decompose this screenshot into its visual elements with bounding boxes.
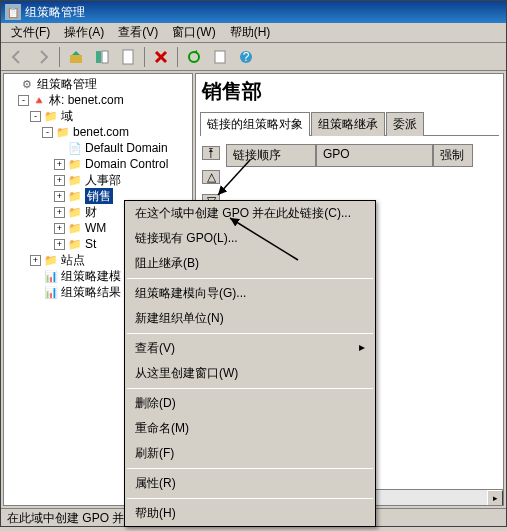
ou-icon: 📁 — [68, 157, 82, 171]
ou-icon: 📁 — [68, 189, 82, 203]
tree-root[interactable]: 组策略管理 — [37, 76, 97, 92]
tree-domain-control[interactable]: Domain Control — [85, 156, 168, 172]
cm-new-window[interactable]: 从这里创建窗口(W) — [125, 361, 375, 386]
tree-gpresult[interactable]: 组策略结果 — [61, 284, 121, 300]
svg-rect-3 — [123, 50, 133, 64]
ou-icon: 📁 — [68, 173, 82, 187]
move-up-button[interactable]: △ — [202, 170, 220, 184]
folder-icon: 📁 — [68, 221, 82, 235]
tree-default-domain[interactable]: Default Domain — [85, 140, 168, 156]
back-button[interactable] — [5, 45, 29, 69]
delete-button[interactable] — [149, 45, 173, 69]
toggle-sites[interactable]: + — [30, 255, 41, 266]
menubar: 文件(F) 操作(A) 查看(V) 窗口(W) 帮助(H) — [1, 23, 506, 43]
tab-inheritance[interactable]: 组策略继承 — [311, 112, 385, 136]
tree-sites[interactable]: 站点 — [61, 252, 85, 268]
help-button[interactable]: ? — [234, 45, 258, 69]
window-title: 组策略管理 — [25, 4, 85, 21]
toggle-st[interactable]: + — [54, 239, 65, 250]
move-top-button[interactable]: ⭱ — [202, 146, 220, 160]
gpm-icon: ⚙ — [20, 77, 34, 91]
menu-action[interactable]: 操作(A) — [62, 24, 106, 41]
properties-button[interactable] — [116, 45, 140, 69]
col-forced[interactable]: 强制 — [433, 144, 473, 167]
model-icon: 📊 — [44, 269, 58, 283]
column-headers: 链接顺序 GPO 强制 — [226, 144, 473, 167]
cm-block-inheritance[interactable]: 阻止继承(B) — [125, 251, 375, 276]
cm-create-gpo-link[interactable]: 在这个域中创建 GPO 并在此处链接(C)... — [125, 201, 375, 226]
domain-icon: 📁 — [56, 125, 70, 139]
cm-link-existing-gpo[interactable]: 链接现有 GPO(L)... — [125, 226, 375, 251]
cm-delete[interactable]: 删除(D) — [125, 391, 375, 416]
folder-icon: 📁 — [68, 237, 82, 251]
toggle-sales[interactable]: + — [54, 191, 65, 202]
tree-domain[interactable]: benet.com — [73, 124, 129, 140]
svg-rect-1 — [96, 51, 101, 63]
tree-st[interactable]: St — [85, 236, 96, 252]
tree-sales[interactable]: 销售 — [85, 188, 113, 204]
result-icon: 📊 — [44, 285, 58, 299]
folder-icon: 📁 — [44, 109, 58, 123]
gpo-icon: 📄 — [68, 141, 82, 155]
toggle-domains[interactable]: - — [30, 111, 41, 122]
cm-refresh[interactable]: 刷新(F) — [125, 441, 375, 466]
toggle-dc[interactable]: + — [54, 159, 65, 170]
up-button[interactable] — [64, 45, 88, 69]
svg-rect-5 — [215, 51, 225, 63]
menu-file[interactable]: 文件(F) — [9, 24, 52, 41]
svg-rect-2 — [102, 51, 108, 63]
ou-icon: 📁 — [68, 205, 82, 219]
svg-point-4 — [189, 52, 199, 62]
cm-gp-modeling-wizard[interactable]: 组策略建模向导(G)... — [125, 281, 375, 306]
menu-help[interactable]: 帮助(H) — [228, 24, 273, 41]
col-gpo[interactable]: GPO — [316, 144, 433, 167]
toggle-hr[interactable]: + — [54, 175, 65, 186]
tree-finance[interactable]: 财 — [85, 204, 97, 220]
cm-view[interactable]: 查看(V)▸ — [125, 336, 375, 361]
cm-help[interactable]: 帮助(H) — [125, 501, 375, 526]
cm-rename[interactable]: 重命名(M) — [125, 416, 375, 441]
forward-button[interactable] — [31, 45, 55, 69]
tree-forest[interactable]: 林: benet.com — [49, 92, 124, 108]
toolbar: ? — [1, 43, 506, 71]
toggle-domain[interactable]: - — [42, 127, 53, 138]
forest-icon: 🔺 — [32, 93, 46, 107]
cm-new-ou[interactable]: 新建组织单位(N) — [125, 306, 375, 331]
svg-rect-0 — [70, 55, 82, 63]
svg-text:?: ? — [243, 50, 250, 64]
scroll-right-button[interactable]: ▸ — [487, 490, 503, 505]
cm-properties[interactable]: 属性(R) — [125, 471, 375, 496]
menu-window[interactable]: 窗口(W) — [170, 24, 217, 41]
col-link-order[interactable]: 链接顺序 — [226, 144, 316, 167]
toggle-fin[interactable]: + — [54, 207, 65, 218]
toggle-forest[interactable]: - — [18, 95, 29, 106]
refresh-button[interactable] — [182, 45, 206, 69]
detail-title: 销售部 — [196, 74, 503, 109]
tree-hr[interactable]: 人事部 — [85, 172, 121, 188]
sites-icon: 📁 — [44, 253, 58, 267]
export-button[interactable] — [208, 45, 232, 69]
toggle-wm[interactable]: + — [54, 223, 65, 234]
tab-linked-gpo[interactable]: 链接的组策略对象 — [200, 112, 310, 136]
tree-domains[interactable]: 域 — [61, 108, 73, 124]
title-bar: 📋 组策略管理 — [1, 1, 506, 23]
tree-wm[interactable]: WM — [85, 220, 106, 236]
tab-delegation[interactable]: 委派 — [386, 112, 424, 136]
menu-view[interactable]: 查看(V) — [116, 24, 160, 41]
app-icon: 📋 — [5, 4, 21, 20]
tabs: 链接的组策略对象 组策略继承 委派 — [200, 111, 499, 136]
context-menu: 在这个域中创建 GPO 并在此处链接(C)... 链接现有 GPO(L)... … — [124, 200, 376, 527]
tree-gpmodel[interactable]: 组策略建模 — [61, 268, 121, 284]
show-tree-button[interactable] — [90, 45, 114, 69]
